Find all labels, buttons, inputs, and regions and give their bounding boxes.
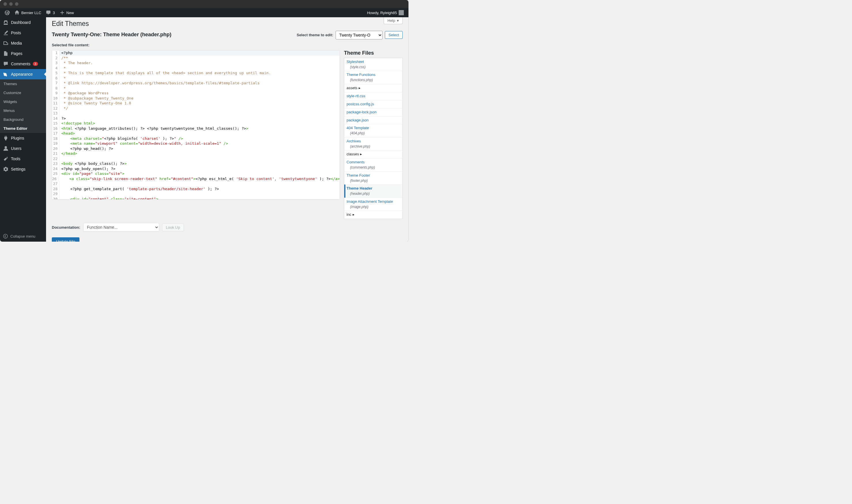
menu-item-comments[interactable]: Comments3 [0,59,46,69]
collapse-menu[interactable]: Collapse menu [0,231,46,242]
sub-item-widgets[interactable]: Widgets [0,97,46,106]
theme-select[interactable]: Twenty Twenty-O [336,31,383,39]
sub-item-theme-editor[interactable]: Theme Editor [0,124,46,133]
code-content: <a class="skip-link screen-reader-text" … [59,176,340,181]
wp-logo[interactable] [2,8,12,17]
file-name: package.json [347,118,369,122]
menu-item-pages[interactable]: Pages [0,48,46,59]
menu-item-plugins[interactable]: Plugins [0,133,46,143]
code-line: 4 * [52,66,340,71]
help-label: Help [387,18,395,23]
comments-link[interactable]: 3 [43,8,57,17]
file-item[interactable]: package.json [344,116,403,124]
help-tab[interactable]: Help▾ [384,17,403,24]
code-line: 28 <?php get_template_part( 'template-pa… [52,186,340,192]
code-content: * [59,86,66,91]
menu-item-media[interactable]: Media [0,38,46,48]
sub-item-background[interactable]: Background [0,115,46,124]
menu-label: Plugins [11,136,24,140]
menu-item-dashboard[interactable]: Dashboard [0,17,46,28]
lookup-button[interactable]: Look Up [162,223,184,231]
file-item[interactable]: Comments(comments.php) [344,158,403,171]
line-number: 2 [52,55,59,61]
code-line: 11 * @since Twenty Twenty-One 1.0 [52,101,340,106]
code-content: <html <?php language_attributes(); ?> <?… [59,126,248,131]
code-content: * @subpackage Twenty_Twenty_One [59,96,133,101]
new-label: New [67,11,74,15]
file-item[interactable]: style-rtl.css [344,92,403,100]
line-number: 13 [52,111,59,116]
howdy-link[interactable]: Howdy, Ryleigh85 [365,8,406,17]
file-item[interactable]: Theme Footer(footer.php) [344,172,403,184]
code-content [59,111,61,116]
menu-label: Appearance [11,72,33,76]
file-name: package-lock.json [347,110,376,114]
file-item[interactable]: package-lock.json [344,108,403,116]
doc-select[interactable]: Function Name... [83,223,159,232]
file-item[interactable]: Theme Functions(functions.php) [344,71,403,84]
comment-count: 3 [53,11,55,15]
file-item[interactable]: Stylesheet(style.css) [344,58,403,71]
line-number: 23 [52,161,59,166]
line-number: 14 [52,116,59,121]
file-name: Comments [347,160,365,164]
line-number: 4 [52,66,59,71]
code-content: </head> [59,151,77,156]
site-name: Bernier LLC [21,11,41,15]
file-item[interactable]: inc [344,211,403,219]
file-name: Stylesheet [347,59,364,64]
code-line: 10 * @subpackage Twenty_Twenty_One [52,96,340,101]
code-editor[interactable]: 1<?php2/**3 * The header.4 *5 * This is … [52,50,340,200]
menu-item-tools[interactable]: Tools [0,154,46,164]
code-line: 1<?php [52,50,340,55]
file-item[interactable]: 404 Template(404.php) [344,124,403,137]
file-item[interactable]: assets [344,84,403,92]
code-line: 30 <div id="content" class="site-content… [52,197,340,200]
main-content: Help▾ Edit Themes Twenty Twenty-One: The… [46,17,408,242]
file-item[interactable]: postcss.config.js [344,100,403,108]
code-content: /** [59,55,68,61]
new-link[interactable]: New [57,8,76,17]
menu-label: Dashboard [11,20,31,25]
doc-label: Documentation: [52,225,80,230]
code-line: 17<head> [52,131,340,136]
file-name: Archives [347,139,361,143]
line-number: 16 [52,126,59,131]
file-sub: (comments.php) [347,165,400,170]
code-content: <body <?php body_class(); ?>> [59,161,127,166]
line-number: 26 [52,176,59,181]
comment-icon [46,10,51,15]
update-file-button[interactable]: Update File [52,237,79,242]
line-number: 1 [52,50,59,55]
comments-badge: 3 [33,62,38,66]
file-item[interactable]: classes [344,150,403,158]
menu-item-posts[interactable]: Posts [0,28,46,38]
file-item[interactable]: Archives(archive.php) [344,137,403,150]
code-content: <?php wp_head(); ?> [59,146,113,151]
menu-item-users[interactable]: Users [0,143,46,154]
code-content: * This is the template that displays all… [59,71,271,76]
home-icon [14,10,20,15]
window-close-dot[interactable] [3,2,7,6]
line-number: 10 [52,96,59,101]
code-content: * @since Twenty Twenty-One 1.0 [59,101,131,106]
file-item[interactable]: Image Attachment Template(image.php) [344,198,403,211]
line-number: 27 [52,181,59,186]
code-line: 2/** [52,55,340,61]
menu-item-appearance[interactable]: Appearance [0,69,46,79]
window-min-dot[interactable] [9,2,13,6]
file-name: Theme Functions [347,72,375,77]
admin-sidebar: DashboardPostsMediaPagesComments3Appeara… [0,17,46,242]
select-button[interactable]: Select [385,31,403,39]
file-sub: (404.php) [347,131,400,136]
sub-item-menus[interactable]: Menus [0,106,46,115]
sub-item-customize[interactable]: Customize [0,88,46,97]
code-line: 27 [52,181,340,186]
sub-item-themes[interactable]: Themes [0,79,46,88]
window-max-dot[interactable] [15,2,18,6]
menu-item-settings[interactable]: Settings [0,164,46,174]
file-item[interactable]: Theme Header(header.php) [344,184,403,197]
pages-icon [3,51,8,56]
site-link[interactable]: Bernier LLC [12,8,43,17]
code-line: 18 <meta charset="<?php bloginfo( 'chars… [52,136,340,141]
